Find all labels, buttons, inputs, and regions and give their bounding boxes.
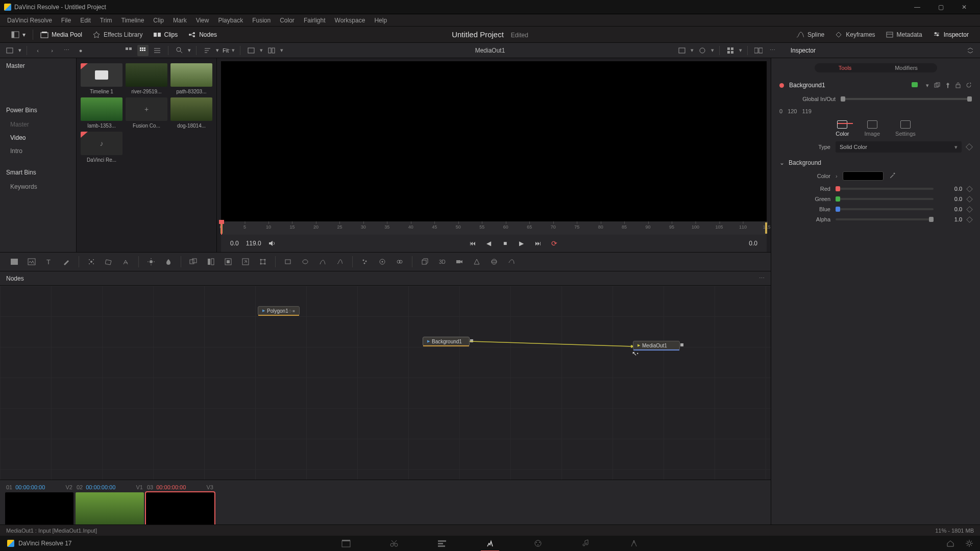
- viewer-opt3-button[interactable]: [725, 45, 736, 56]
- viewer-opt1-button[interactable]: [676, 45, 688, 56]
- keyframe-diamond-icon[interactable]: [966, 216, 973, 223]
- nodes-options-button[interactable]: ⋯: [759, 275, 765, 282]
- clip-item[interactable]: path-83203...: [170, 63, 212, 94]
- tool-bspline-icon[interactable]: [333, 255, 347, 269]
- clip-item[interactable]: dog-18014...: [170, 97, 212, 129]
- current-time[interactable]: 0.0: [230, 240, 239, 247]
- clip-item[interactable]: Fusion Co...: [126, 97, 167, 129]
- tool-render3d-icon[interactable]: [487, 255, 501, 269]
- metadata-toggle[interactable]: Metadata: [880, 29, 927, 40]
- lock-icon[interactable]: [955, 82, 961, 89]
- viewer-canvas[interactable]: [221, 61, 767, 221]
- window-minimize-button[interactable]: —: [905, 0, 929, 14]
- viewer-opt2-button[interactable]: [697, 45, 708, 56]
- step-back-button[interactable]: ◀: [484, 240, 494, 247]
- tool-camera-icon[interactable]: [119, 255, 133, 269]
- time-ruler[interactable]: 0510152025303540455055606570758085909510…: [221, 221, 767, 235]
- expand-button[interactable]: [965, 45, 976, 56]
- smart-bins-header[interactable]: Smart Bins: [0, 165, 76, 180]
- tool-tracker-icon[interactable]: [84, 255, 99, 269]
- page-edit[interactable]: [436, 538, 448, 548]
- menu-file[interactable]: File: [57, 15, 75, 26]
- keyframe-diamond-icon[interactable]: [966, 143, 973, 151]
- tool-matte-icon[interactable]: [221, 255, 235, 269]
- channel-value[interactable]: 1.0: [939, 216, 962, 222]
- tool-light-icon[interactable]: [470, 255, 484, 269]
- menu-edit[interactable]: Edit: [76, 15, 95, 26]
- tool-image3d-icon[interactable]: [418, 255, 432, 269]
- page-cut[interactable]: [388, 538, 400, 548]
- inspector-node-name[interactable]: Background1: [789, 82, 825, 89]
- channel-slider[interactable]: [836, 188, 934, 190]
- menu-fairlight[interactable]: Fairlight: [300, 15, 330, 26]
- tool-resize-icon[interactable]: [238, 255, 253, 269]
- menu-fusion[interactable]: Fusion: [248, 15, 275, 26]
- tool-brightness-icon[interactable]: [144, 255, 158, 269]
- loop-button[interactable]: ⟳: [550, 239, 559, 247]
- menu-trim[interactable]: Trim: [96, 15, 116, 26]
- viewer-layout-button[interactable]: [246, 45, 257, 56]
- power-bins-header[interactable]: Power Bins: [0, 103, 76, 118]
- channel-value[interactable]: 0.0: [939, 206, 962, 212]
- background-section-header[interactable]: Background: [771, 155, 980, 168]
- menu-workspace[interactable]: Workspace: [331, 15, 370, 26]
- tool-fastnoise-icon[interactable]: [24, 255, 39, 269]
- global-in-out-slider[interactable]: [841, 98, 972, 100]
- layout-button[interactable]: ▾: [6, 29, 31, 40]
- sort-button[interactable]: [202, 45, 213, 56]
- clip-item[interactable]: lamb-1353...: [81, 97, 122, 129]
- mute-button[interactable]: [268, 240, 278, 246]
- versions-icon[interactable]: [934, 82, 940, 89]
- global-in-value[interactable]: 0: [779, 108, 782, 114]
- pin-icon[interactable]: [945, 82, 950, 89]
- tool-rectangle-icon[interactable]: [281, 255, 295, 269]
- right-time[interactable]: 0.0: [749, 240, 757, 247]
- media-pool-toggle[interactable]: Media Pool: [35, 29, 87, 40]
- view-tiles-button[interactable]: [123, 45, 134, 56]
- viewer-more-button[interactable]: ⋯: [767, 45, 778, 56]
- keyframe-diamond-icon[interactable]: [966, 206, 973, 213]
- viewer-split-button[interactable]: [266, 45, 277, 56]
- inspector-mode-settings[interactable]: Settings: [895, 120, 916, 137]
- color-expand-button[interactable]: ›: [836, 173, 838, 179]
- enable-toggle[interactable]: [912, 82, 918, 87]
- menu-color[interactable]: Color: [276, 15, 299, 26]
- tool-prender-icon[interactable]: [375, 255, 389, 269]
- tool-blur-icon[interactable]: [161, 255, 176, 269]
- tool-pmerge-icon[interactable]: [393, 255, 407, 269]
- powerbin-intro[interactable]: Intro: [0, 144, 76, 158]
- menu-app[interactable]: DaVinci Resolve: [3, 15, 56, 26]
- window-maximize-button[interactable]: ▢: [929, 0, 952, 14]
- dual-viewer-button[interactable]: [753, 45, 764, 56]
- type-dropdown[interactable]: Solid Color▾: [836, 141, 962, 153]
- master-bin[interactable]: Master: [0, 58, 76, 73]
- smartbin-keywords[interactable]: Keywords: [0, 180, 76, 193]
- record-button[interactable]: ●: [75, 45, 86, 56]
- tool-transform-icon[interactable]: [256, 255, 270, 269]
- tool-shape3d-icon[interactable]: 3D: [435, 255, 449, 269]
- bin-view-button[interactable]: [4, 45, 15, 56]
- tool-paint-icon[interactable]: [59, 255, 74, 269]
- channel-slider[interactable]: [836, 198, 934, 200]
- inspector-tab-tools[interactable]: Tools: [815, 63, 876, 72]
- channel-slider[interactable]: [836, 218, 934, 220]
- stop-button[interactable]: ■: [501, 240, 510, 247]
- clip-item[interactable]: DaVinci Re...: [81, 132, 122, 163]
- menu-mark[interactable]: Mark: [169, 15, 191, 26]
- inspector-toggle[interactable]: Inspector: [927, 29, 974, 40]
- page-media[interactable]: [340, 538, 352, 548]
- page-deliver[interactable]: [628, 538, 640, 548]
- clip-item[interactable]: Timeline 1: [81, 63, 122, 94]
- reset-icon[interactable]: [966, 82, 972, 89]
- keyframe-diamond-icon[interactable]: [966, 196, 973, 203]
- tool-merge3d-icon[interactable]: [504, 255, 519, 269]
- go-start-button[interactable]: ⏮: [468, 240, 477, 247]
- powerbin-video[interactable]: Video: [0, 131, 76, 144]
- nav-more-button[interactable]: ⋯: [61, 45, 72, 56]
- inspector-tab-modifiers[interactable]: Modifiers: [876, 63, 937, 72]
- keyframes-toggle[interactable]: Keyframes: [829, 29, 880, 40]
- tool-particles-icon[interactable]: [358, 255, 372, 269]
- keyframe-diamond-icon[interactable]: [966, 186, 973, 192]
- nav-fwd-button[interactable]: ›: [46, 45, 58, 56]
- powerbin-master[interactable]: Master: [0, 118, 76, 131]
